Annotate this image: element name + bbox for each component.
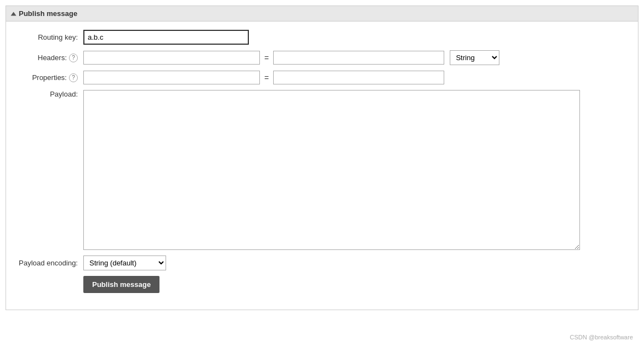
headers-row: Headers: ? = String Number Boolean <box>17 50 627 65</box>
payload-encoding-select[interactable]: String (default) Base64 <box>83 255 166 270</box>
properties-value-input[interactable] <box>273 71 444 84</box>
properties-label: Properties: <box>32 73 67 82</box>
publish-message-section: Publish message Routing key: Headers: ? … <box>6 6 638 310</box>
payload-row: Payload: <box>17 90 627 250</box>
publish-button-row: Publish message <box>17 276 627 293</box>
payload-encoding-label: Payload encoding: <box>17 259 83 267</box>
properties-help-icon[interactable]: ? <box>69 73 78 82</box>
payload-encoding-row: Payload encoding: String (default) Base6… <box>17 255 627 270</box>
footer-credit: CSDN @breaksoftware <box>570 334 633 340</box>
properties-label-group: Properties: ? <box>17 73 83 82</box>
headers-help-icon[interactable]: ? <box>69 54 78 62</box>
properties-row: Properties: ? = <box>17 71 627 84</box>
properties-key-input[interactable] <box>83 71 260 84</box>
headers-label: Headers: <box>38 54 67 62</box>
headers-key-input[interactable] <box>83 51 260 65</box>
section-header: Publish message <box>6 6 638 22</box>
form-body: Routing key: Headers: ? = String Number … <box>6 22 638 310</box>
collapse-icon[interactable] <box>11 12 17 15</box>
payload-textarea[interactable] <box>83 90 580 250</box>
payload-label: Payload: <box>17 90 83 98</box>
headers-label-group: Headers: ? <box>17 54 83 62</box>
routing-key-label: Routing key: <box>17 33 83 41</box>
routing-key-row: Routing key: <box>17 30 627 45</box>
routing-key-input[interactable] <box>83 30 249 45</box>
headers-type-select[interactable]: String Number Boolean <box>450 50 499 65</box>
publish-message-button[interactable]: Publish message <box>83 276 159 293</box>
properties-equals: = <box>260 73 273 82</box>
headers-equals: = <box>260 54 273 62</box>
headers-value-input[interactable] <box>273 51 444 65</box>
section-title: Publish message <box>19 9 77 18</box>
